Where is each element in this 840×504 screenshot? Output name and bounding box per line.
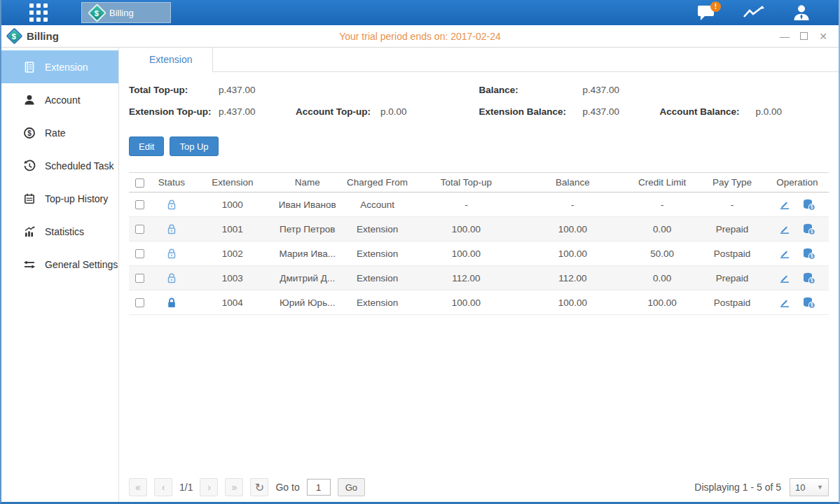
cell-charged-from: Extension — [342, 298, 413, 308]
balance-label: Balance: — [479, 85, 583, 95]
top-up-button[interactable]: Top Up — [170, 136, 218, 156]
edit-row-icon[interactable] — [779, 223, 790, 234]
edit-row-icon[interactable] — [779, 248, 790, 259]
sidebar-item-label: Account — [45, 94, 81, 106]
content-panel: Extension Total Top-up: p.437.00 Extensi… — [119, 48, 839, 502]
row-checkbox[interactable] — [135, 274, 144, 283]
sidebar-item-label: Extension — [45, 62, 88, 73]
edit-row-icon[interactable] — [779, 297, 790, 308]
sidebar-item-scheduled-task[interactable]: Scheduled Task — [1, 149, 118, 182]
last-page-button[interactable]: » — [225, 478, 243, 496]
edit-row-icon[interactable] — [779, 272, 790, 284]
col-extension: Extension — [192, 177, 273, 188]
goto-page-input[interactable] — [307, 479, 331, 496]
sidebar-item-general-settings[interactable]: General Settings — [1, 248, 118, 281]
statistics-chart-icon[interactable] — [742, 3, 766, 22]
table-header-row: Status Extension Name Charged From Total… — [129, 172, 829, 192]
top-up-row-icon[interactable]: $ — [803, 272, 815, 284]
app-grid-icon[interactable] — [25, 4, 52, 22]
tab-extension[interactable]: Extension — [129, 48, 213, 72]
edit-row-icon[interactable] — [779, 199, 790, 210]
tab-bar: Extension — [129, 48, 839, 72]
account-balance-value: p.0.00 — [756, 106, 783, 117]
sidebar-item-rate[interactable]: $ Rate — [1, 116, 118, 149]
topbar-actions: ! — [694, 0, 813, 25]
top-up-row-icon[interactable]: $ — [803, 199, 815, 211]
col-credit-limit: Credit Limit — [626, 177, 698, 188]
page-indicator: 1/1 — [179, 482, 193, 493]
billing-diamond-icon: $ — [6, 27, 22, 44]
svg-text:$: $ — [811, 204, 813, 210]
balance-value: p.437.00 — [583, 85, 620, 95]
cell-balance: - — [519, 200, 626, 210]
cell-name: Юрий Юрь... — [273, 298, 342, 308]
sidebar-item-statistics[interactable]: Statistics — [1, 215, 118, 248]
title-bar: $ Billing Your trial period ends on: 201… — [1, 25, 839, 48]
next-page-button[interactable]: › — [200, 478, 218, 496]
cell-credit-limit: 50.00 — [626, 248, 698, 259]
cell-name: Мария Ива... — [273, 248, 342, 259]
notification-badge: ! — [710, 1, 721, 12]
first-page-button[interactable]: « — [129, 478, 147, 496]
cell-name: Иван Иванов — [273, 200, 342, 210]
status-lock-icon — [151, 297, 192, 309]
user-account-icon[interactable] — [790, 3, 813, 22]
select-all-checkbox[interactable] — [135, 178, 144, 188]
cell-charged-from: Extension — [342, 248, 413, 259]
cell-charged-from: Account — [342, 200, 413, 210]
row-checkbox[interactable] — [135, 200, 144, 209]
cell-total-topup: - — [413, 200, 520, 210]
row-checkbox[interactable] — [135, 249, 144, 258]
svg-text:$: $ — [811, 229, 813, 234]
row-checkbox[interactable] — [135, 298, 144, 307]
cell-charged-from: Extension — [342, 224, 413, 234]
taskbar-billing-tab[interactable]: $ Billing — [81, 2, 171, 23]
svg-text:$: $ — [27, 129, 32, 136]
clock-history-icon — [23, 160, 36, 172]
row-checkbox[interactable] — [135, 225, 144, 234]
col-name: Name — [273, 177, 342, 188]
maximize-icon[interactable] — [800, 32, 808, 40]
cell-pay-type: Prepaid — [698, 273, 766, 284]
close-icon[interactable]: ✕ — [818, 31, 829, 42]
sidebar-item-label: Statistics — [45, 226, 84, 237]
sidebar-item-account[interactable]: Account — [1, 83, 118, 116]
cell-extension: 1001 — [192, 224, 273, 234]
go-button[interactable]: Go — [338, 478, 365, 496]
displaying-text: Displaying 1 - 5 of 5 — [694, 482, 781, 493]
cell-total-topup: 112.00 — [413, 273, 520, 284]
sidebar-item-extension[interactable]: Extension — [1, 50, 118, 83]
extension-table: Status Extension Name Charged From Total… — [129, 172, 829, 315]
account-topup-value: p.0.00 — [380, 106, 407, 117]
sidebar-item-label: Scheduled Task — [45, 160, 114, 172]
cell-extension: 1003 — [192, 273, 273, 284]
summary-balance-column: Balance: p.437.00 Extension Balance: p.4… — [479, 82, 829, 125]
refresh-icon[interactable]: ↻ — [250, 478, 268, 496]
person-icon — [792, 4, 811, 22]
prev-page-button[interactable]: ‹ — [154, 478, 172, 496]
col-operation: Operation — [766, 177, 829, 188]
top-up-row-icon[interactable]: $ — [803, 248, 815, 260]
ledger-icon — [23, 61, 36, 74]
top-up-row-icon[interactable]: $ — [803, 223, 815, 235]
page-size-select[interactable]: 10 ▼ — [790, 478, 829, 496]
minimize-icon[interactable]: — — [779, 31, 790, 42]
cell-credit-limit: 0.00 — [626, 273, 698, 284]
svg-text:$: $ — [811, 278, 813, 284]
sidebar-item-label: Top-up History — [45, 193, 108, 204]
sidebar-item-label: General Settings — [45, 259, 118, 270]
sidebar-item-topup-history[interactable]: Top-up History — [1, 182, 118, 215]
top-up-row-icon[interactable]: $ — [803, 297, 815, 309]
billing-app-window: $ Billing ! — [0, 0, 840, 504]
cell-balance: 112.00 — [519, 273, 626, 284]
status-lock-icon — [151, 272, 192, 284]
cell-credit-limit: 0.00 — [626, 224, 698, 234]
bar-chart-trend-icon — [23, 225, 36, 238]
cell-name: Дмитрий Д... — [273, 273, 342, 284]
status-lock-icon — [151, 248, 192, 260]
messages-icon[interactable]: ! — [694, 3, 718, 22]
edit-button[interactable]: Edit — [129, 136, 164, 156]
table-row: 1001 Петр Петров Extension 100.00 100.00… — [129, 217, 829, 241]
col-pay-type: Pay Type — [698, 177, 766, 188]
svg-text:$: $ — [811, 302, 813, 308]
